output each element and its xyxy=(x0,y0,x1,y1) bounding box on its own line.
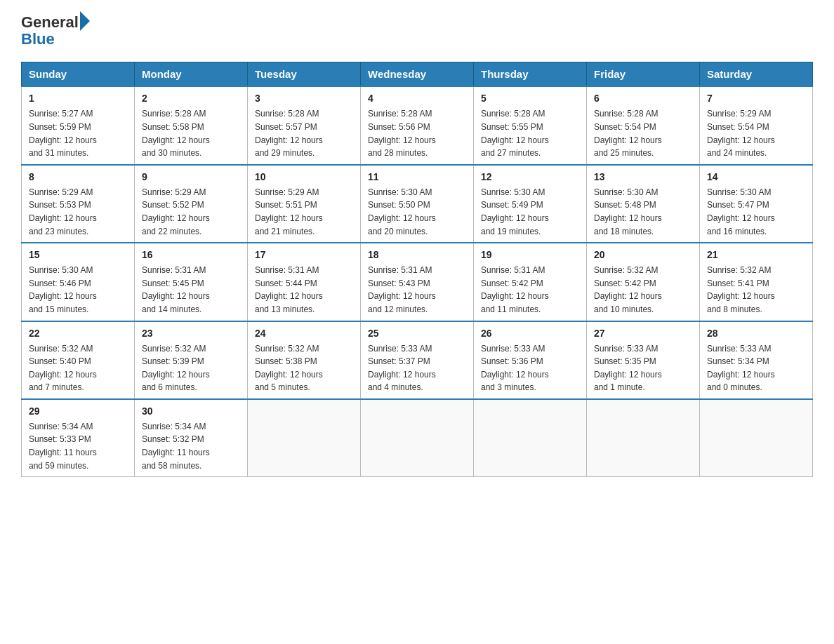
day-number: 19 xyxy=(481,248,579,262)
day-number: 16 xyxy=(142,248,240,262)
day-number: 23 xyxy=(142,326,240,341)
calendar-cell xyxy=(474,399,587,477)
calendar-cell: 5Sunrise: 5:28 AMSunset: 5:55 PMDaylight… xyxy=(474,86,587,164)
calendar-cell: 9Sunrise: 5:29 AMSunset: 5:52 PMDaylight… xyxy=(135,165,248,243)
day-info: Sunrise: 5:29 AMSunset: 5:51 PMDaylight:… xyxy=(255,186,353,238)
calendar-cell: 19Sunrise: 5:31 AMSunset: 5:42 PMDayligh… xyxy=(474,243,587,321)
day-info: Sunrise: 5:30 AMSunset: 5:48 PMDaylight:… xyxy=(594,186,692,238)
day-info: Sunrise: 5:31 AMSunset: 5:42 PMDaylight:… xyxy=(481,264,579,316)
logo: General Blue xyxy=(21,14,90,48)
col-header-tuesday: Tuesday xyxy=(248,62,361,87)
calendar-cell: 28Sunrise: 5:33 AMSunset: 5:34 PMDayligh… xyxy=(700,321,813,399)
day-info: Sunrise: 5:28 AMSunset: 5:54 PMDaylight:… xyxy=(594,107,692,159)
calendar-cell xyxy=(248,399,361,477)
day-number: 26 xyxy=(481,326,579,341)
day-number: 14 xyxy=(707,170,805,185)
day-number: 22 xyxy=(29,326,127,341)
day-info: Sunrise: 5:32 AMSunset: 5:41 PMDaylight:… xyxy=(707,264,805,316)
day-info: Sunrise: 5:27 AMSunset: 5:59 PMDaylight:… xyxy=(29,107,127,159)
day-info: Sunrise: 5:31 AMSunset: 5:43 PMDaylight:… xyxy=(368,264,466,316)
day-info: Sunrise: 5:33 AMSunset: 5:35 PMDaylight:… xyxy=(594,342,692,394)
calendar-header-row: SundayMondayTuesdayWednesdayThursdayFrid… xyxy=(22,62,813,87)
calendar-cell: 24Sunrise: 5:32 AMSunset: 5:38 PMDayligh… xyxy=(248,321,361,399)
calendar-cell: 27Sunrise: 5:33 AMSunset: 5:35 PMDayligh… xyxy=(587,321,700,399)
day-number: 15 xyxy=(29,248,127,262)
calendar-cell: 20Sunrise: 5:32 AMSunset: 5:42 PMDayligh… xyxy=(587,243,700,321)
page-header: General Blue xyxy=(21,14,813,48)
day-info: Sunrise: 5:32 AMSunset: 5:38 PMDaylight:… xyxy=(255,342,353,394)
calendar-cell: 10Sunrise: 5:29 AMSunset: 5:51 PMDayligh… xyxy=(248,165,361,243)
logo-general: General xyxy=(21,14,79,31)
col-header-wednesday: Wednesday xyxy=(361,62,474,87)
day-info: Sunrise: 5:32 AMSunset: 5:40 PMDaylight:… xyxy=(29,342,127,394)
day-info: Sunrise: 5:28 AMSunset: 5:55 PMDaylight:… xyxy=(481,107,579,159)
day-info: Sunrise: 5:32 AMSunset: 5:42 PMDaylight:… xyxy=(594,264,692,316)
logo-triangle-icon xyxy=(80,11,90,31)
day-info: Sunrise: 5:31 AMSunset: 5:45 PMDaylight:… xyxy=(142,264,240,316)
day-number: 2 xyxy=(142,91,240,106)
day-info: Sunrise: 5:29 AMSunset: 5:53 PMDaylight:… xyxy=(29,186,127,238)
day-number: 3 xyxy=(255,91,353,106)
calendar-cell: 2Sunrise: 5:28 AMSunset: 5:58 PMDaylight… xyxy=(135,86,248,164)
col-header-saturday: Saturday xyxy=(700,62,813,87)
calendar-cell: 1Sunrise: 5:27 AMSunset: 5:59 PMDaylight… xyxy=(22,86,135,164)
day-info: Sunrise: 5:34 AMSunset: 5:32 PMDaylight:… xyxy=(142,420,240,472)
day-info: Sunrise: 5:32 AMSunset: 5:39 PMDaylight:… xyxy=(142,342,240,394)
day-number: 1 xyxy=(29,91,127,106)
calendar-cell: 13Sunrise: 5:30 AMSunset: 5:48 PMDayligh… xyxy=(587,165,700,243)
col-header-monday: Monday xyxy=(135,62,248,87)
col-header-sunday: Sunday xyxy=(22,62,135,87)
calendar-cell: 4Sunrise: 5:28 AMSunset: 5:56 PMDaylight… xyxy=(361,86,474,164)
day-number: 27 xyxy=(594,326,692,341)
calendar-cell: 15Sunrise: 5:30 AMSunset: 5:46 PMDayligh… xyxy=(22,243,135,321)
day-info: Sunrise: 5:30 AMSunset: 5:47 PMDaylight:… xyxy=(707,186,805,238)
day-number: 12 xyxy=(481,170,579,185)
day-number: 5 xyxy=(481,91,579,106)
day-number: 10 xyxy=(255,170,353,185)
day-info: Sunrise: 5:33 AMSunset: 5:36 PMDaylight:… xyxy=(481,342,579,394)
calendar-cell: 18Sunrise: 5:31 AMSunset: 5:43 PMDayligh… xyxy=(361,243,474,321)
day-info: Sunrise: 5:29 AMSunset: 5:54 PMDaylight:… xyxy=(707,107,805,159)
week-row-1: 1Sunrise: 5:27 AMSunset: 5:59 PMDaylight… xyxy=(22,86,813,164)
day-number: 6 xyxy=(594,91,692,106)
calendar-cell: 16Sunrise: 5:31 AMSunset: 5:45 PMDayligh… xyxy=(135,243,248,321)
calendar-cell: 12Sunrise: 5:30 AMSunset: 5:49 PMDayligh… xyxy=(474,165,587,243)
day-number: 11 xyxy=(368,170,466,185)
day-number: 17 xyxy=(255,248,353,262)
calendar-cell: 26Sunrise: 5:33 AMSunset: 5:36 PMDayligh… xyxy=(474,321,587,399)
calendar-cell: 8Sunrise: 5:29 AMSunset: 5:53 PMDaylight… xyxy=(22,165,135,243)
day-number: 30 xyxy=(142,404,240,419)
day-number: 4 xyxy=(368,91,466,106)
week-row-4: 22Sunrise: 5:32 AMSunset: 5:40 PMDayligh… xyxy=(22,321,813,399)
calendar-cell: 11Sunrise: 5:30 AMSunset: 5:50 PMDayligh… xyxy=(361,165,474,243)
day-info: Sunrise: 5:33 AMSunset: 5:34 PMDaylight:… xyxy=(707,342,805,394)
week-row-3: 15Sunrise: 5:30 AMSunset: 5:46 PMDayligh… xyxy=(22,243,813,321)
calendar-cell: 22Sunrise: 5:32 AMSunset: 5:40 PMDayligh… xyxy=(22,321,135,399)
calendar-cell xyxy=(361,399,474,477)
col-header-thursday: Thursday xyxy=(474,62,587,87)
day-info: Sunrise: 5:30 AMSunset: 5:50 PMDaylight:… xyxy=(368,186,466,238)
day-number: 7 xyxy=(707,91,805,106)
day-info: Sunrise: 5:30 AMSunset: 5:49 PMDaylight:… xyxy=(481,186,579,238)
col-header-friday: Friday xyxy=(587,62,700,87)
calendar-cell xyxy=(587,399,700,477)
day-number: 18 xyxy=(368,248,466,262)
calendar-cell: 17Sunrise: 5:31 AMSunset: 5:44 PMDayligh… xyxy=(248,243,361,321)
calendar-cell: 14Sunrise: 5:30 AMSunset: 5:47 PMDayligh… xyxy=(700,165,813,243)
calendar-cell: 23Sunrise: 5:32 AMSunset: 5:39 PMDayligh… xyxy=(135,321,248,399)
calendar-cell: 25Sunrise: 5:33 AMSunset: 5:37 PMDayligh… xyxy=(361,321,474,399)
day-info: Sunrise: 5:31 AMSunset: 5:44 PMDaylight:… xyxy=(255,264,353,316)
day-info: Sunrise: 5:34 AMSunset: 5:33 PMDaylight:… xyxy=(29,420,127,472)
day-number: 24 xyxy=(255,326,353,341)
calendar-cell: 29Sunrise: 5:34 AMSunset: 5:33 PMDayligh… xyxy=(22,399,135,477)
logo-blue: Blue xyxy=(21,30,55,48)
calendar-cell: 3Sunrise: 5:28 AMSunset: 5:57 PMDaylight… xyxy=(248,86,361,164)
day-number: 21 xyxy=(707,248,805,262)
day-info: Sunrise: 5:29 AMSunset: 5:52 PMDaylight:… xyxy=(142,186,240,238)
day-number: 20 xyxy=(594,248,692,262)
calendar-cell: 6Sunrise: 5:28 AMSunset: 5:54 PMDaylight… xyxy=(587,86,700,164)
day-info: Sunrise: 5:28 AMSunset: 5:56 PMDaylight:… xyxy=(368,107,466,159)
calendar-cell: 30Sunrise: 5:34 AMSunset: 5:32 PMDayligh… xyxy=(135,399,248,477)
day-info: Sunrise: 5:33 AMSunset: 5:37 PMDaylight:… xyxy=(368,342,466,394)
day-info: Sunrise: 5:28 AMSunset: 5:57 PMDaylight:… xyxy=(255,107,353,159)
